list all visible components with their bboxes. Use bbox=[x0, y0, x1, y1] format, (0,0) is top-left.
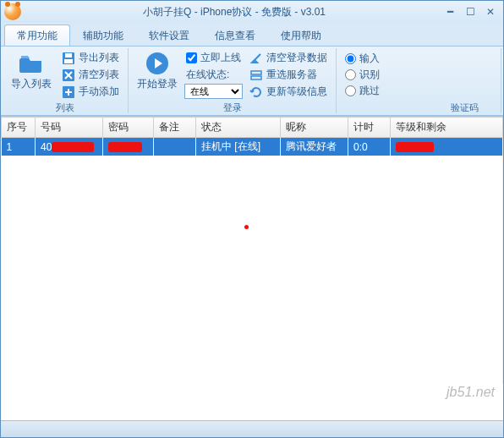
statusbar bbox=[1, 420, 503, 437]
group-captcha-label: 验证码 bbox=[342, 100, 496, 114]
refresh-icon bbox=[249, 85, 263, 99]
manual-add-button[interactable]: 手动添加 bbox=[58, 84, 123, 100]
server-icon bbox=[249, 68, 263, 82]
table-row bbox=[2, 186, 503, 201]
redacted bbox=[52, 142, 94, 152]
captcha-input-radio[interactable] bbox=[345, 53, 356, 64]
table-row bbox=[2, 338, 503, 353]
table-row bbox=[2, 247, 503, 262]
svg-rect-7 bbox=[251, 76, 261, 79]
group-login-label: 登录 bbox=[134, 100, 331, 114]
import-list-label: 导入列表 bbox=[11, 77, 52, 91]
col-note[interactable]: 备注 bbox=[154, 118, 196, 138]
titlebar: 小胡子挂Q - iPhone协议 - 免费版 - v3.01 ━ ☐ ✕ bbox=[1, 1, 503, 23]
col-timer[interactable]: 计时 bbox=[348, 118, 391, 138]
menu-help[interactable]: 使用帮助 bbox=[268, 25, 334, 46]
window-title: 小胡子挂Q - iPhone协议 - 免费版 - v3.01 bbox=[28, 5, 441, 19]
table-row bbox=[2, 171, 503, 186]
table-row bbox=[2, 277, 503, 293]
svg-rect-1 bbox=[65, 53, 72, 57]
table-row bbox=[2, 369, 503, 384]
col-level[interactable]: 等级和剩余 bbox=[391, 118, 503, 138]
group-login: 开始登录 立即上线 在线状态: 在线 bbox=[129, 48, 337, 113]
redacted bbox=[108, 142, 142, 152]
clear-login-button[interactable]: 清空登录数据 bbox=[246, 50, 331, 66]
start-login-label: 开始登录 bbox=[137, 77, 178, 91]
svg-rect-6 bbox=[251, 71, 261, 74]
table-row[interactable]: 1 40 挂机中 [在线] 腾讯爱好者 0:0 bbox=[2, 138, 503, 156]
table-row bbox=[2, 308, 503, 323]
online-now-checkbox[interactable] bbox=[186, 52, 197, 63]
menu-info[interactable]: 信息查看 bbox=[202, 25, 268, 46]
group-captcha: 输入 识别 跳过 验证码 bbox=[337, 48, 501, 113]
captcha-recognize-radio[interactable] bbox=[345, 69, 356, 80]
reselect-server-button[interactable]: 重选服务器 bbox=[246, 67, 331, 83]
table-row bbox=[2, 216, 503, 232]
group-list-label: 列表 bbox=[8, 100, 123, 114]
col-status[interactable]: 状态 bbox=[196, 118, 281, 138]
svg-rect-2 bbox=[64, 59, 73, 63]
import-list-button[interactable]: 导入列表 bbox=[8, 50, 55, 93]
table-header-row: 序号 号码 密码 备注 状态 昵称 计时 等级和剩余 bbox=[2, 118, 503, 138]
online-status-select[interactable]: 在线 bbox=[184, 84, 243, 99]
menu-settings[interactable]: 软件设置 bbox=[136, 25, 202, 46]
table-row bbox=[2, 353, 503, 369]
export-list-button[interactable]: 导出列表 bbox=[58, 50, 123, 66]
save-icon bbox=[62, 52, 75, 65]
menu-assist[interactable]: 辅助功能 bbox=[70, 25, 136, 46]
menubar: 常用功能 辅助功能 软件设置 信息查看 使用帮助 bbox=[1, 23, 503, 47]
folder-icon bbox=[19, 52, 43, 75]
captcha-skip-radio[interactable] bbox=[345, 85, 356, 96]
update-level-button[interactable]: 更新等级信息 bbox=[246, 84, 331, 100]
clear-list-button[interactable]: 清空列表 bbox=[58, 67, 123, 83]
maximize-button[interactable]: ☐ bbox=[461, 4, 479, 19]
watermark: jb51.net bbox=[446, 385, 495, 400]
table-row bbox=[2, 323, 503, 338]
col-qq[interactable]: 号码 bbox=[36, 118, 103, 138]
status-label: 在线状态: bbox=[186, 68, 229, 82]
table-row bbox=[2, 262, 503, 277]
play-icon bbox=[145, 52, 169, 75]
menu-common[interactable]: 常用功能 bbox=[4, 25, 70, 46]
add-icon bbox=[62, 85, 75, 99]
table-row bbox=[2, 201, 503, 216]
clear-icon bbox=[62, 68, 75, 82]
redacted bbox=[396, 142, 434, 152]
marker-dot bbox=[244, 225, 249, 229]
start-login-button[interactable]: 开始登录 bbox=[134, 50, 181, 93]
table-row bbox=[2, 293, 503, 308]
data-grid[interactable]: 序号 号码 密码 备注 状态 昵称 计时 等级和剩余 1 40 挂机中 [在线] bbox=[1, 116, 503, 420]
app-logo bbox=[4, 3, 21, 20]
broom-icon bbox=[249, 52, 263, 65]
col-seq[interactable]: 序号 bbox=[2, 118, 36, 138]
col-pwd[interactable]: 密码 bbox=[103, 118, 154, 138]
col-nick[interactable]: 昵称 bbox=[281, 118, 348, 138]
table-row bbox=[2, 156, 503, 171]
table-row bbox=[2, 232, 503, 247]
close-button[interactable]: ✕ bbox=[481, 4, 500, 19]
group-list: 导入列表 导出列表 清空列表 手动添加 bbox=[3, 48, 129, 113]
ribbon: 导入列表 导出列表 清空列表 手动添加 bbox=[1, 47, 503, 116]
minimize-button[interactable]: ━ bbox=[441, 4, 459, 19]
